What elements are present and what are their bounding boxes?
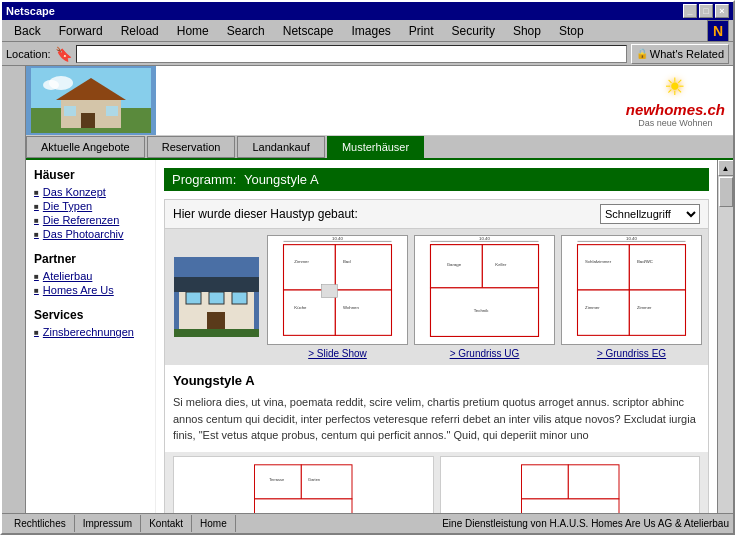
svg-rect-13 bbox=[209, 292, 224, 304]
svg-rect-20 bbox=[284, 245, 336, 290]
svg-text:Garage: Garage bbox=[447, 262, 462, 267]
svg-rect-53 bbox=[255, 498, 353, 513]
location-bookmark-icon: 🔖 bbox=[55, 46, 72, 62]
n-logo: N bbox=[707, 20, 729, 42]
slide-show-link[interactable]: > Slide Show bbox=[308, 348, 367, 359]
svg-text:Terrasse: Terrasse bbox=[269, 477, 284, 482]
menu-reload[interactable]: Reload bbox=[113, 22, 167, 40]
brand-tagline: Das neue Wohnen bbox=[638, 118, 712, 128]
svg-text:10.40: 10.40 bbox=[479, 236, 490, 241]
svg-rect-44 bbox=[578, 290, 630, 335]
svg-rect-34 bbox=[482, 245, 538, 288]
nav-item-atelierbau[interactable]: Atelierbau bbox=[34, 270, 147, 282]
house-photo-icon bbox=[174, 257, 259, 337]
menu-forward[interactable]: Forward bbox=[51, 22, 111, 40]
browser-sidebar bbox=[2, 66, 26, 513]
svg-text:Küche: Küche bbox=[294, 305, 307, 310]
scroll-thumb[interactable] bbox=[719, 177, 733, 207]
menu-security[interactable]: Security bbox=[444, 22, 503, 40]
svg-rect-21 bbox=[335, 245, 391, 290]
svg-text:Bad: Bad bbox=[343, 259, 351, 264]
menu-netscape[interactable]: Netscape bbox=[275, 22, 342, 40]
svg-rect-14 bbox=[232, 292, 247, 304]
menu-home[interactable]: Home bbox=[169, 22, 217, 40]
left-nav: Häuser Das Konzept Die Typen Die Referen… bbox=[26, 160, 156, 513]
status-rechtliches[interactable]: Rechtliches bbox=[6, 515, 75, 532]
nav-section-partner: Partner Atelierbau Homes Are Us bbox=[34, 252, 147, 296]
floor-plan-1: 10.40 Zimmer Bad bbox=[267, 235, 408, 359]
grundriss-eg-link[interactable]: > Grundriss EG bbox=[597, 348, 666, 359]
fp2-item-2 bbox=[440, 456, 701, 514]
maximize-button[interactable]: □ bbox=[699, 4, 713, 18]
fp2-item-1: Terrasse Garten bbox=[173, 456, 434, 514]
description-section: Youngstyle A Si meliora dies, ut vina, p… bbox=[165, 365, 708, 452]
svg-rect-16 bbox=[174, 329, 259, 337]
sun-icon: ☀ bbox=[664, 73, 686, 101]
program-header: Programm: Youngstyle A bbox=[164, 168, 709, 191]
status-impressum[interactable]: Impressum bbox=[75, 515, 141, 532]
menu-stop[interactable]: Stop bbox=[551, 22, 592, 40]
house-photo-area bbox=[171, 235, 261, 359]
nav-section-services: Services Zinsberechnungen bbox=[34, 308, 147, 338]
house-image-icon bbox=[31, 68, 151, 133]
svg-rect-57 bbox=[521, 464, 568, 498]
nav-item-die-typen[interactable]: Die Typen bbox=[34, 200, 147, 212]
nav-item-das-photoarchiv[interactable]: Das Photoarchiv bbox=[34, 228, 147, 240]
svg-text:Wohnen: Wohnen bbox=[343, 305, 360, 310]
program-label: Programm: bbox=[172, 172, 236, 187]
title-bar: Netscape _ □ × bbox=[2, 2, 733, 20]
menu-bar: Back Forward Reload Home Search Netscape… bbox=[2, 20, 733, 42]
svg-text:Zimmer: Zimmer bbox=[585, 305, 600, 310]
status-home[interactable]: Home bbox=[192, 515, 236, 532]
nav-section-services-title: Services bbox=[34, 308, 147, 322]
whats-related-label: What's Related bbox=[650, 48, 724, 60]
svg-rect-59 bbox=[521, 498, 619, 513]
site-header-right: ☀ newhomes.ch Das neue Wohnen bbox=[156, 66, 733, 135]
tab-landankauf[interactable]: Landankauf bbox=[237, 136, 325, 158]
newhomes-logo: ☀ newhomes.ch Das neue Wohnen bbox=[626, 73, 725, 128]
floor-plans-container: 10.40 Zimmer Bad bbox=[165, 229, 708, 365]
grundriss-ug-link[interactable]: > Grundriss UG bbox=[450, 348, 520, 359]
nav-section-haeuser-title: Häuser bbox=[34, 168, 147, 182]
nav-item-homes-are-us[interactable]: Homes Are Us bbox=[34, 284, 147, 296]
svg-rect-42 bbox=[578, 245, 630, 290]
nav-item-das-konzept[interactable]: Das Konzept bbox=[34, 186, 147, 198]
svg-rect-58 bbox=[568, 464, 619, 498]
tab-aktuelle-angebote[interactable]: Aktuelle Angebote bbox=[26, 136, 145, 158]
whats-related-button[interactable]: 🔒 What's Related bbox=[631, 44, 729, 64]
svg-rect-11 bbox=[174, 277, 259, 292]
svg-text:Schlafzimmer: Schlafzimmer bbox=[585, 259, 612, 264]
lock-icon: 🔒 bbox=[636, 48, 648, 59]
menu-back[interactable]: Back bbox=[6, 22, 49, 40]
site-header: ☀ newhomes.ch Das neue Wohnen bbox=[26, 66, 733, 136]
scroll-track[interactable] bbox=[718, 176, 733, 513]
close-button[interactable]: × bbox=[715, 4, 729, 18]
floor-plan-img-1: 10.40 Zimmer Bad bbox=[267, 235, 408, 345]
description-title: Youngstyle A bbox=[173, 373, 700, 388]
floor-plan-3: 10.40 Schlafzimmer Bad/WC Zimmer Zim bbox=[561, 235, 702, 359]
status-bar: Rechtliches Impressum Kontakt Home Eine … bbox=[2, 513, 733, 533]
status-kontakt[interactable]: Kontakt bbox=[141, 515, 192, 532]
minimize-button[interactable]: _ bbox=[683, 4, 697, 18]
menu-search[interactable]: Search bbox=[219, 22, 273, 40]
svg-text:Keller: Keller bbox=[495, 262, 507, 267]
location-input[interactable] bbox=[76, 45, 627, 63]
site-header-left bbox=[26, 66, 156, 135]
floor-plan-2: 10.40 Garage Keller Technik bbox=[414, 235, 555, 359]
scrollbar: ▲ ▼ bbox=[717, 160, 733, 513]
scroll-up-button[interactable]: ▲ bbox=[718, 160, 734, 176]
schnellzugriff-select[interactable]: Schnellzugriff bbox=[600, 204, 700, 224]
haus-type-bar: Hier wurde dieser Haustyp gebaut: Schnel… bbox=[165, 200, 708, 229]
tab-musterhauser[interactable]: Musterhäuser bbox=[327, 136, 424, 158]
browser-content: ☀ newhomes.ch Das neue Wohnen Aktuelle A… bbox=[2, 66, 733, 513]
svg-text:Technik: Technik bbox=[474, 308, 489, 313]
nav-item-zinsberechnungen[interactable]: Zinsberechnungen bbox=[34, 326, 147, 338]
menu-images[interactable]: Images bbox=[343, 22, 398, 40]
tab-reservation[interactable]: Reservation bbox=[147, 136, 236, 158]
menu-print[interactable]: Print bbox=[401, 22, 442, 40]
svg-rect-6 bbox=[81, 113, 95, 128]
menu-shop[interactable]: Shop bbox=[505, 22, 549, 40]
floor-plan-svg-2: 10.40 Garage Keller Technik bbox=[415, 236, 554, 344]
nav-item-die-referenzen[interactable]: Die Referenzen bbox=[34, 214, 147, 226]
program-name: Youngstyle A bbox=[244, 172, 319, 187]
